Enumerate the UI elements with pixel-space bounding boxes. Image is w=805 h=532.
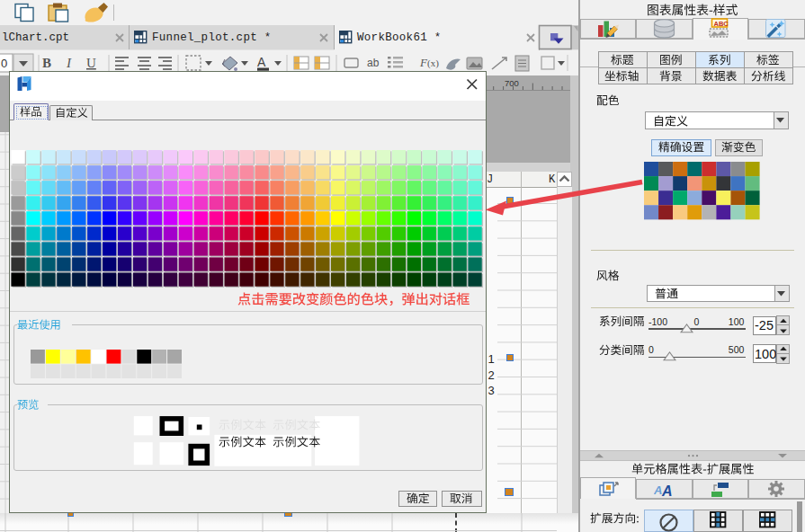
svg-text:A: A <box>661 483 673 498</box>
svg-text:ABC: ABC <box>714 20 729 28</box>
svg-text:A: A <box>654 483 662 497</box>
svg-text:ab: ab <box>367 57 380 69</box>
svg-text:U: U <box>86 56 96 70</box>
svg-text:I: I <box>66 56 72 70</box>
svg-text:700: 700 <box>505 78 519 88</box>
svg-text:0: 0 <box>1 57 7 70</box>
svg-text:A: A <box>257 55 266 69</box>
svg-text:(x): (x) <box>427 58 439 69</box>
svg-text:B: B <box>42 56 51 70</box>
